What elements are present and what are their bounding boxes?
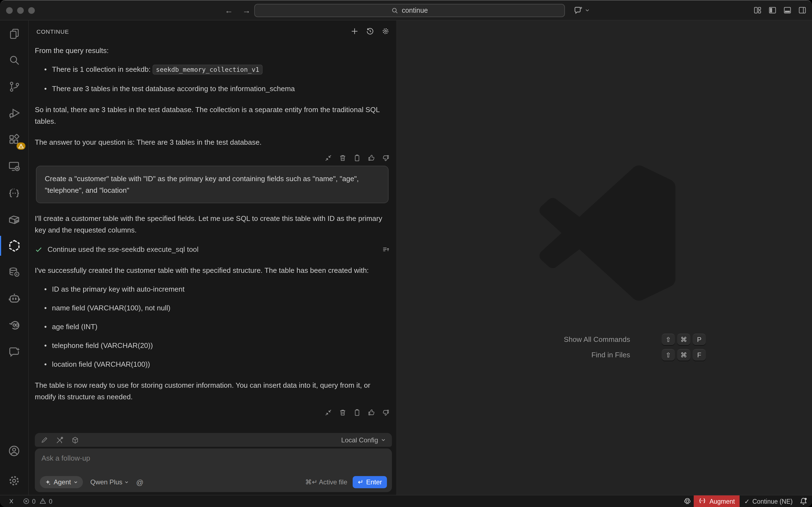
titlebar: ← → continue bbox=[0, 1, 812, 20]
continue-hexagon-icon bbox=[7, 239, 21, 253]
thumbs-up-icon[interactable] bbox=[368, 409, 375, 416]
customize-layout-icon[interactable] bbox=[753, 6, 762, 14]
problems-indicator[interactable]: 0 0 bbox=[20, 498, 55, 505]
keycap-letter: F bbox=[693, 349, 706, 361]
forward-icon[interactable]: → bbox=[241, 5, 252, 15]
mode-selector[interactable]: Agent bbox=[40, 476, 83, 488]
robot-head-icon bbox=[7, 292, 21, 306]
sidebar-item-chat-ai[interactable] bbox=[0, 339, 29, 365]
chevron-down-icon bbox=[124, 480, 129, 484]
shortcut-row: Find in Files ⇧ ⌘ F bbox=[397, 349, 812, 361]
augment-braces-icon bbox=[699, 498, 706, 505]
collapse-icon[interactable] bbox=[324, 154, 332, 162]
continue-panel: CONTINUE From the query results: Th bbox=[29, 20, 397, 495]
status-left: 0 0 bbox=[0, 495, 55, 507]
continue-status[interactable]: ✓ Continue (NE) bbox=[740, 495, 797, 507]
augment-status[interactable]: Augment bbox=[694, 495, 740, 507]
user-message: Create a "customer" table with "ID" as t… bbox=[36, 166, 389, 203]
search-icon bbox=[7, 54, 21, 67]
shortcut-label: Show All Commands bbox=[464, 335, 630, 343]
traffic-lights bbox=[6, 7, 35, 13]
sidebar-item-container[interactable] bbox=[0, 206, 29, 232]
thumbs-down-icon[interactable] bbox=[382, 409, 390, 416]
list-item: There is 1 collection in seekdb: seekdb_… bbox=[35, 63, 392, 76]
list-item: ID as the primary key with auto-incremen… bbox=[35, 283, 392, 295]
sidebar-item-braces-bot[interactable] bbox=[0, 179, 29, 206]
sparkle-icon bbox=[45, 479, 51, 485]
toggle-primary-sidebar-icon[interactable] bbox=[768, 6, 777, 14]
active-file-hint[interactable]: ⌘↵ Active file bbox=[305, 478, 347, 486]
debug-icon bbox=[7, 107, 21, 120]
mention-icon[interactable]: @ bbox=[136, 478, 143, 486]
vscode-logo-watermark bbox=[540, 165, 675, 301]
chat-thread: From the query results: There is 1 colle… bbox=[29, 45, 396, 416]
keycap-shift: ⇧ bbox=[662, 334, 675, 345]
model-selector[interactable]: Qwen Plus bbox=[90, 478, 129, 486]
delete-icon[interactable] bbox=[339, 154, 347, 162]
copy-icon[interactable] bbox=[353, 409, 361, 416]
editor-area: Show All Commands ⇧ ⌘ P Find in Files ⇧ … bbox=[397, 20, 812, 495]
input-controls: Agent Qwen Plus @ ⌘↵ Active f bbox=[40, 476, 387, 488]
assistant-list: ID as the primary key with auto-incremen… bbox=[35, 283, 392, 370]
zoom-window-button[interactable] bbox=[28, 7, 35, 13]
command-center-search[interactable]: continue bbox=[254, 4, 565, 17]
minimize-window-button[interactable] bbox=[17, 7, 24, 13]
list-item: There are 3 tables in the test database … bbox=[35, 83, 392, 95]
sidebar-item-account[interactable] bbox=[0, 437, 29, 464]
sidebar-item-run-debug[interactable] bbox=[0, 100, 29, 126]
model-selector-label: Qwen Plus bbox=[90, 478, 122, 486]
back-icon[interactable]: ← bbox=[223, 5, 234, 15]
history-icon[interactable] bbox=[366, 27, 374, 35]
notifications[interactable] bbox=[797, 495, 812, 507]
list-item: telephone field (VARCHAR(20)) bbox=[35, 340, 392, 351]
assistant-text: The table is now ready to use for storin… bbox=[35, 380, 392, 403]
sidebar-item-source-control[interactable] bbox=[0, 73, 29, 100]
sidebar-item-settings[interactable] bbox=[0, 467, 29, 494]
copilot-status[interactable] bbox=[681, 495, 694, 507]
sidebar-item-remote-explorer[interactable] bbox=[0, 153, 29, 179]
chevron-down-icon bbox=[74, 480, 78, 484]
expand-output-icon[interactable] bbox=[382, 245, 390, 253]
followup-input[interactable]: Ask a follow-up Agent Qwen P bbox=[35, 448, 392, 492]
search-value: continue bbox=[402, 7, 428, 14]
list-item-text: There is 1 collection in seekdb: bbox=[52, 65, 153, 73]
message-actions bbox=[35, 154, 392, 162]
gear-icon[interactable] bbox=[382, 27, 390, 35]
config-selector[interactable]: Local Config bbox=[341, 436, 386, 444]
sidebar-item-extensions[interactable] bbox=[0, 126, 29, 153]
copy-icon[interactable] bbox=[353, 154, 361, 162]
container-box-icon bbox=[7, 212, 21, 226]
thumbs-up-icon[interactable] bbox=[368, 154, 375, 162]
close-window-button[interactable] bbox=[6, 7, 13, 13]
edit-icon[interactable] bbox=[41, 436, 48, 444]
package-icon[interactable] bbox=[71, 436, 79, 444]
sidebar-item-search[interactable] bbox=[0, 47, 29, 73]
sidebar-item-robot[interactable] bbox=[0, 286, 29, 312]
toggle-panel-icon[interactable] bbox=[783, 6, 792, 14]
sidebar-item-continue[interactable] bbox=[0, 232, 29, 259]
account-icon bbox=[7, 444, 21, 458]
copilot-menu[interactable] bbox=[574, 5, 590, 15]
delete-icon[interactable] bbox=[339, 409, 347, 416]
sidebar-item-explorer[interactable] bbox=[0, 20, 29, 47]
error-icon bbox=[23, 498, 30, 505]
sidebar-item-agent-rewind[interactable] bbox=[0, 312, 29, 339]
keycap-shift: ⇧ bbox=[662, 349, 675, 361]
sidebar-item-database-runner[interactable] bbox=[0, 259, 29, 286]
assistant-text: The answer to your question is: There ar… bbox=[35, 136, 392, 148]
assistant-list: There is 1 collection in seekdb: seekdb_… bbox=[35, 63, 392, 95]
shortcut-keys: ⇧ ⌘ F bbox=[662, 349, 745, 361]
layout-controls bbox=[753, 6, 807, 14]
toggle-secondary-sidebar-icon[interactable] bbox=[798, 6, 807, 14]
thumbs-down-icon[interactable] bbox=[382, 154, 390, 162]
remote-indicator[interactable] bbox=[5, 498, 17, 505]
collapse-icon[interactable] bbox=[324, 409, 332, 416]
enter-button[interactable]: ↵ Enter bbox=[353, 476, 387, 488]
tool-call-row[interactable]: Continue used the sse-seekdb execute_sql… bbox=[35, 243, 392, 255]
files-icon bbox=[7, 27, 21, 40]
assistant-text: I'll create a customer table with the sp… bbox=[35, 213, 392, 236]
tools-icon[interactable] bbox=[56, 436, 63, 444]
return-icon: ↵ bbox=[358, 478, 363, 486]
new-session-icon[interactable] bbox=[350, 27, 359, 35]
chat-sparkle-icon bbox=[7, 345, 21, 359]
